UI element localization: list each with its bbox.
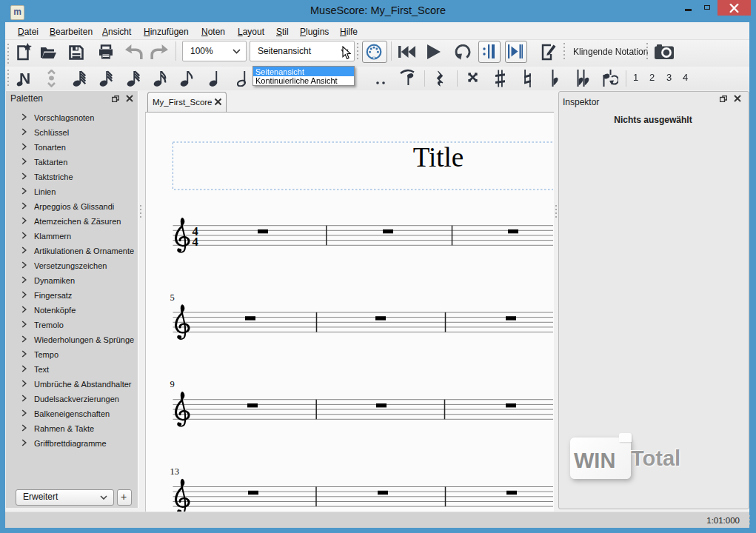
svg-text:5: 5 xyxy=(170,292,175,303)
svg-text:Title: Title xyxy=(413,142,464,172)
svg-text:13: 13 xyxy=(170,466,180,477)
svg-text:4: 4 xyxy=(193,235,198,249)
svg-text:9: 9 xyxy=(170,379,175,389)
